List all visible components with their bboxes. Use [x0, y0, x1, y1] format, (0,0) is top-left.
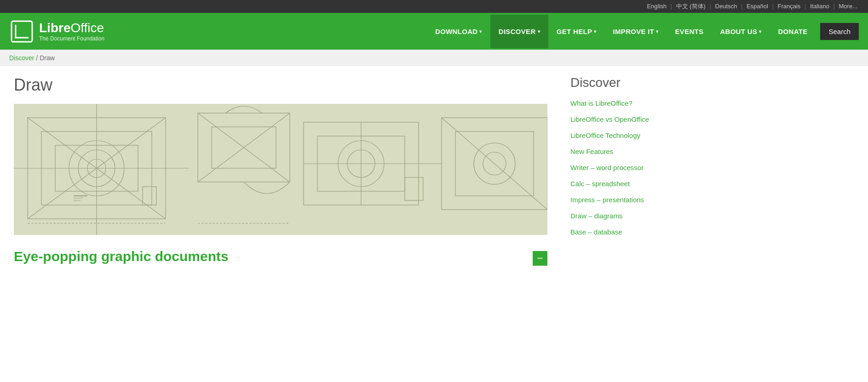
content-area: Draw — [0, 66, 561, 287]
nav-events[interactable]: EVENTS — [667, 15, 712, 48]
logo[interactable]: LibreOffice The Document Foundation — [9, 19, 104, 44]
logo-sub: The Document Foundation — [39, 35, 104, 42]
nav-improve-it-arrow: ▾ — [656, 29, 658, 34]
svg-rect-0 — [11, 21, 32, 42]
lang-chinese[interactable]: 中文 (简体) — [676, 3, 706, 10]
nav-get-help[interactable]: GET HELP ▾ — [548, 15, 605, 48]
nav-donate[interactable]: DONATE — [770, 15, 816, 48]
nav-download[interactable]: DOWNLOAD ▾ — [427, 15, 490, 48]
lang-deutsch[interactable]: Deutsch — [715, 3, 737, 10]
nav-download-arrow: ▾ — [479, 29, 482, 34]
nav-improve-it[interactable]: IMPROVE IT ▾ — [605, 15, 667, 48]
sidebar-link-impress[interactable]: Impress – presentations — [570, 195, 681, 205]
blueprint-graphic — [14, 104, 547, 235]
lang-more[interactable]: More... — [839, 3, 857, 10]
breadcrumb-separator: / — [36, 54, 40, 62]
nav-discover-arrow: ▾ — [538, 29, 540, 34]
sidebar-link-new-features[interactable]: New Features — [570, 147, 681, 156]
section-header: Eye-popping graphic documents − — [14, 249, 547, 269]
main-nav: DOWNLOAD ▾ DISCOVER ▾ GET HELP ▾ IMPROVE… — [123, 15, 859, 48]
nav-about-us[interactable]: ABOUT US ▾ — [712, 15, 770, 48]
site-header: LibreOffice The Document Foundation DOWN… — [0, 13, 868, 50]
breadcrumb-parent[interactable]: Discover — [9, 54, 34, 62]
collapse-button[interactable]: − — [533, 251, 547, 266]
svg-rect-1 — [14, 104, 547, 235]
sidebar-link-draw[interactable]: Draw – diagrams — [570, 211, 681, 221]
search-button[interactable]: Search — [820, 23, 859, 40]
breadcrumb: Discover / Draw — [0, 50, 868, 66]
nav-get-help-arrow: ▾ — [594, 29, 596, 34]
libreoffice-logo-icon — [9, 19, 34, 44]
main-layout: Draw — [0, 66, 868, 287]
hero-image — [14, 104, 547, 235]
logo-name: LibreOffice — [39, 21, 104, 35]
lang-italiano[interactable]: Italiano — [810, 3, 829, 10]
sidebar-link-technology[interactable]: LibreOffice Technology — [570, 131, 681, 140]
sidebar-link-calc[interactable]: Calc – spreadsheet — [570, 179, 681, 188]
language-bar: English | 中文 (简体) | Deutsch | Español | … — [0, 0, 868, 13]
page-title: Draw — [14, 75, 547, 95]
breadcrumb-current: Draw — [40, 54, 55, 62]
logo-text: LibreOffice The Document Foundation — [39, 21, 104, 42]
lang-espanol[interactable]: Español — [747, 3, 768, 10]
sidebar-link-what-is[interactable]: What is LibreOffice? — [570, 98, 681, 108]
lang-francais[interactable]: Français — [778, 3, 801, 10]
sidebar-link-writer[interactable]: Writer – word processor — [570, 163, 681, 172]
sidebar-title: Discover — [570, 75, 681, 90]
nav-discover[interactable]: DISCOVER ▾ — [490, 15, 548, 48]
section-title: Eye-popping graphic documents — [14, 249, 229, 264]
sidebar-link-vs-openoffice[interactable]: LibreOffice vs OpenOffice — [570, 114, 681, 124]
sidebar-link-base[interactable]: Base – database — [570, 227, 681, 237]
nav-about-us-arrow: ▾ — [759, 29, 761, 34]
sidebar: Discover What is LibreOffice? LibreOffic… — [561, 66, 690, 287]
lang-english[interactable]: English — [647, 3, 667, 10]
